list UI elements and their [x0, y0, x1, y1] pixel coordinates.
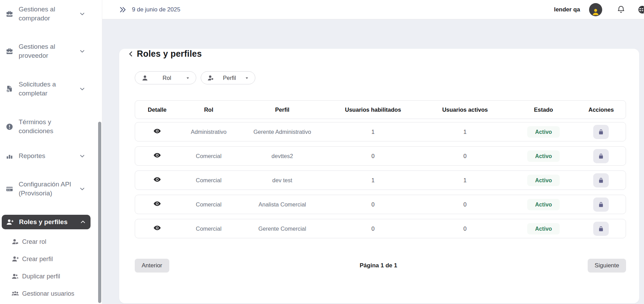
- column-header-acciones: Acciones: [577, 107, 626, 113]
- cell-usuarios-activos: 1: [420, 177, 511, 184]
- chevron-down-icon: [79, 85, 86, 92]
- table-header-row: Detalle Rol Perfil Usuarios habilitados …: [135, 100, 626, 119]
- chevron-spacer: [79, 123, 86, 130]
- lock-icon: [598, 153, 604, 159]
- sidebar-item-label: Solicitudes a completar: [19, 80, 74, 98]
- sidebar-subitem-label: Gestionar usuarios: [22, 290, 74, 297]
- cell-rol: Administrativo: [179, 129, 238, 135]
- topbar-date: 9 de junio de 2025: [132, 6, 180, 13]
- sidebar-subitem-label: Crear perfil: [22, 256, 53, 263]
- status-badge: Activo: [527, 199, 560, 210]
- sidebar-item-roles-perfiles[interactable]: Roles y perfiles: [2, 215, 91, 229]
- pagination: Anterior Página 1 de 1 Siguiente: [135, 259, 626, 273]
- cell-rol: Comercial: [179, 153, 238, 159]
- roles-perfiles-card: Roles y perfiles Rol: [119, 49, 639, 303]
- briefcase-icon: [6, 10, 13, 18]
- perfil-filter-dropdown[interactable]: Perfil: [201, 71, 255, 84]
- cell-rol: Comercial: [179, 225, 238, 232]
- table-row: Comercial Gerente Comercial 0 0 Activo: [135, 219, 626, 238]
- cell-perfil: Gerente Comercial: [238, 225, 326, 232]
- alert-circle-icon: [6, 123, 13, 131]
- view-detail-eye-icon[interactable]: [153, 176, 161, 183]
- next-page-button[interactable]: Siguiente: [588, 259, 626, 273]
- sidebar-subitem-duplicar-perfil[interactable]: Duplicar perfil: [0, 271, 102, 281]
- bar-chart-icon: [6, 152, 13, 160]
- cell-usuarios-activos: 1: [420, 129, 511, 135]
- sidebar-item-label: Reportes: [19, 151, 74, 160]
- status-badge: Activo: [527, 126, 560, 138]
- lock-action-button[interactable]: [593, 173, 609, 187]
- avatar[interactable]: [589, 3, 602, 16]
- credit-card-icon: [6, 185, 13, 193]
- lock-action-button[interactable]: [593, 197, 609, 212]
- lock-icon: [598, 177, 604, 184]
- view-detail-eye-icon[interactable]: [153, 127, 161, 135]
- page-indicator: Página 1 de 1: [169, 262, 588, 269]
- chevron-down-icon: [79, 48, 86, 55]
- sidebar-item-gestiones-comprador[interactable]: Gestiones al comprador: [2, 5, 89, 23]
- expand-double-chevron-icon[interactable]: [119, 6, 126, 13]
- table-row: Comercial Analista Comercial 0 0 Activo: [135, 195, 626, 214]
- lock-action-button[interactable]: [593, 222, 609, 236]
- chevron-down-icon: [79, 10, 86, 17]
- cell-rol: Comercial: [179, 201, 238, 208]
- cell-usuarios-habilitados: 0: [326, 201, 420, 208]
- sidebar-item-gestiones-proveedor[interactable]: Gestiones al proveedor: [2, 42, 89, 60]
- cell-rol: Comercial: [179, 177, 238, 184]
- back-chevron-icon[interactable]: [127, 50, 135, 58]
- username-label: lender qa: [554, 6, 580, 13]
- view-detail-eye-icon[interactable]: [153, 200, 161, 208]
- sidebar-subitem-crear-rol[interactable]: Crear rol: [0, 237, 102, 247]
- cell-perfil: dev test: [238, 177, 326, 184]
- sidebar-item-terminos[interactable]: Términos y condiciones: [2, 118, 89, 136]
- sidebar-item-label: Configuración API (Provisoria): [19, 180, 74, 198]
- view-detail-eye-icon[interactable]: [153, 224, 161, 232]
- sidebar-item-label: Gestiones al comprador: [19, 5, 74, 23]
- rol-filter-dropdown[interactable]: Rol: [135, 71, 196, 84]
- filters-row: Rol Perfil: [135, 71, 626, 84]
- rol-filter-label: Rol: [149, 75, 185, 81]
- user-icon: [141, 74, 149, 82]
- sidebar-scrollbar[interactable]: [98, 122, 101, 303]
- cell-perfil: devttes2: [238, 153, 326, 159]
- topbar: 9 de junio de 2025 lender qa: [102, 0, 644, 19]
- view-detail-eye-icon[interactable]: [153, 151, 161, 159]
- lock-action-button[interactable]: [593, 149, 609, 163]
- column-header-usuarios-activos: Usuarios activos: [420, 107, 511, 113]
- user-plus-icon: [11, 255, 19, 263]
- chevron-up-icon: [79, 219, 86, 225]
- previous-page-button[interactable]: Anterior: [135, 259, 169, 273]
- sidebar-subitem-label: Crear rol: [22, 238, 46, 246]
- cell-usuarios-habilitados: 0: [326, 225, 420, 232]
- sidebar-item-solicitudes[interactable]: Solicitudes a completar: [2, 80, 89, 98]
- briefcase-icon: [6, 47, 13, 55]
- status-badge: Activo: [527, 223, 560, 234]
- cell-usuarios-habilitados: 1: [326, 129, 420, 135]
- lock-action-button[interactable]: [593, 125, 609, 139]
- table-row: Administrativo Gerente Administrativo 1 …: [135, 122, 626, 141]
- globe-icon[interactable]: [638, 5, 644, 14]
- page-title: Roles y perfiles: [137, 49, 202, 59]
- topbar-right: lender qa: [554, 3, 644, 16]
- cell-usuarios-activos: 0: [420, 225, 511, 232]
- cell-usuarios-activos: 0: [420, 201, 511, 208]
- sidebar-item-label: Gestiones al proveedor: [19, 42, 74, 60]
- user-tag-icon: [11, 238, 19, 246]
- sidebar-item-reportes[interactable]: Reportes: [2, 151, 89, 160]
- chevron-down-icon: [79, 153, 86, 159]
- table-row: Comercial dev test 1 1 Activo: [135, 171, 626, 190]
- app-window: Gestiones al comprador Gestiones al prov…: [0, 0, 644, 304]
- bell-icon[interactable]: [617, 5, 625, 14]
- column-header-detalle: Detalle: [135, 107, 179, 113]
- perfil-filter-label: Perfil: [215, 75, 244, 81]
- chevron-down-icon: [79, 185, 86, 192]
- sidebar-item-label: Roles y perfiles: [19, 218, 74, 227]
- sidebar-subitem-gestionar-usuarios[interactable]: Gestionar usuarios: [0, 289, 102, 298]
- lock-icon: [598, 201, 604, 208]
- table-row: Comercial devttes2 0 0 Activo: [135, 146, 626, 166]
- cell-perfil: Analista Comercial: [238, 201, 326, 208]
- sidebar-item-configuracion-api[interactable]: Configuración API (Provisoria): [2, 180, 89, 198]
- sidebar-subitem-crear-perfil[interactable]: Crear perfil: [0, 254, 102, 264]
- lock-icon: [598, 129, 604, 135]
- caret-down-icon: [185, 75, 190, 81]
